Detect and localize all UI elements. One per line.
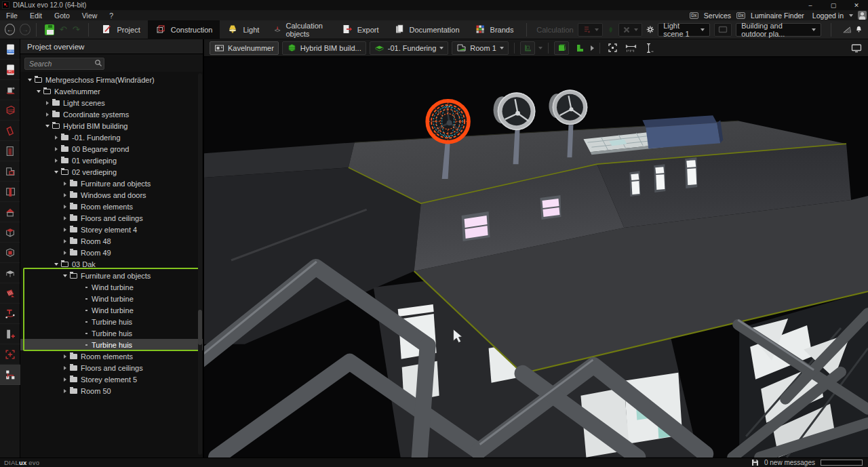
expand-arrow-icon[interactable] [61,193,68,197]
tree-item-room-50[interactable]: Room 50 [20,385,203,397]
expand-arrow-icon[interactable] [61,251,68,255]
tree-item-coordinate-systems[interactable]: Coordinate systems [20,108,203,120]
tree-item-turbine-huis[interactable]: Turbine huis [20,339,203,350]
tree-item-windows-and-doors[interactable]: Windows and doors [20,189,203,201]
close-button[interactable]: ✕ [845,0,868,10]
tree-item-floors-and-ceilings[interactable]: Floors and ceilings [20,362,203,373]
expand-arrow-icon[interactable] [61,205,68,209]
panel-scrollbar[interactable] [198,73,202,455]
tree-item-hybrid-bim-building[interactable]: Hybrid BIM building [20,120,203,131]
chevron-down-icon[interactable] [538,47,542,49]
tree-item-room-48[interactable]: Room 48 [20,235,203,247]
storey-level-button[interactable] [572,41,587,55]
view-plan-button[interactable] [520,41,535,55]
expand-arrow-icon[interactable] [61,182,68,186]
menu-edit[interactable]: Edit [24,12,48,20]
tab-light[interactable]: Light [220,20,267,39]
scrollbar-thumb[interactable] [198,310,202,345]
messages-status[interactable]: 0 new messages [764,459,815,466]
rail-window-tool[interactable] [0,243,20,263]
tree-item-furniture-and-objects[interactable]: Furniture and objects [20,178,203,189]
view-mode-select[interactable]: Building and outdoor pla... [736,23,821,37]
tab-project[interactable]: Project [94,20,147,39]
menu-[interactable]: ? [103,12,119,20]
rail-material-tool[interactable] [0,283,20,304]
rail-wall-tool[interactable] [0,121,20,141]
building-button[interactable]: Hybrid BIM build... [282,41,366,55]
measure-horizontal-button[interactable] [624,41,639,55]
chevron-down-icon[interactable] [634,28,638,31]
site-button[interactable]: Kavelnummer [210,41,279,55]
rail-dwg-import[interactable]: DWG [0,39,20,60]
expand-arrow-icon[interactable] [61,354,68,359]
tree-item-turbine-huis[interactable]: Turbine huis [20,316,203,327]
rail-selection-tool[interactable] [0,344,20,365]
measure-vertical-button[interactable] [642,41,657,55]
collapse-arrow-icon[interactable] [43,125,51,127]
expand-arrow-icon[interactable] [61,378,68,382]
fullscreen-display-button[interactable] [849,41,864,55]
avatar[interactable] [858,11,867,20]
tab-brands[interactable]: Brands [467,20,521,39]
tree-item-room-49[interactable]: Room 49 [20,247,203,258]
menu-file[interactable]: File [0,12,24,20]
expand-arrow-icon[interactable] [52,147,60,151]
expand-arrow-icon[interactable] [61,239,68,243]
logged-in-menu[interactable]: Logged in [810,12,846,20]
maximize-button[interactable]: ▢ [822,0,845,10]
3d-scene[interactable] [204,57,868,458]
search-input[interactable] [24,58,104,70]
tab-construction[interactable]: Construction [148,20,220,39]
tab-calculation-objects[interactable]: Calculation objects [267,20,334,39]
tree-item-mehrgeschoss-firma-windr-der-[interactable]: Mehrgeschoss Firma(Windräder) [20,74,203,85]
tree-item-light-scenes[interactable]: Light scenes [20,97,203,108]
tab-documentation[interactable]: Documentation [387,20,467,39]
rail-object-tree-tool[interactable] [0,365,20,385]
energy-leaf-icon[interactable] [607,25,614,35]
collapse-arrow-icon[interactable] [26,79,33,81]
rail-column-tool[interactable] [0,182,20,202]
scene-display-button[interactable] [714,23,732,37]
tree-item-kavelnummer[interactable]: Kavelnummer [20,85,203,97]
tree-item-room-elements[interactable]: Room elements [20,350,203,362]
notifications-bell-icon[interactable] [855,24,863,35]
rooftop-box[interactable] [642,115,723,148]
tree-item-wind-turbine[interactable]: Wind turbine [20,281,203,293]
start-calculation-button[interactable] [578,23,603,37]
expand-arrow-icon[interactable] [43,101,51,105]
expand-arrow-icon[interactable] [61,366,68,370]
tree-item-02-verdieping[interactable]: 02 verdieping [20,166,203,178]
rail-building-storeys-tool[interactable] [0,100,20,121]
rail-ifc-import[interactable]: IFC [0,60,20,80]
expand-arrow-icon[interactable] [52,159,60,163]
rail-furniture-object-tool[interactable] [0,80,20,100]
surface-hatch-icon[interactable] [841,25,852,35]
expand-chevron-icon[interactable] [591,45,594,51]
tree-item-storey-element-4[interactable]: Storey element 4 [20,224,203,235]
expand-arrow-icon[interactable] [61,389,68,393]
redo-icon[interactable]: ↷ [70,24,83,35]
tree-item--01-fundering[interactable]: -01. Fundering [20,131,203,143]
back-button[interactable]: ← [5,24,15,35]
storey-button[interactable]: -01. Fundering [370,41,449,55]
tree-item-room-elements[interactable]: Room elements [20,201,203,212]
expand-arrow-icon[interactable] [61,216,68,220]
tree-item-01-verdieping[interactable]: 01 verdieping [20,155,203,166]
tree-item-00-begane-grond[interactable]: 00 Begane grond [20,143,203,155]
rail-furnishing-tool[interactable] [0,263,20,283]
collapse-arrow-icon[interactable] [52,263,60,266]
tree-item-wind-turbine[interactable]: Wind turbine [20,293,203,304]
rail-room-tool[interactable] [0,161,20,182]
tree-item-storey-element-5[interactable]: Storey element 5 [20,373,203,385]
rail-door-tool[interactable] [0,141,20,161]
services-link[interactable]: Services [701,12,734,20]
expand-arrow-icon[interactable] [52,136,60,140]
collapse-arrow-icon[interactable] [61,275,68,277]
tab-export[interactable]: Export [334,20,387,39]
settings-gear-icon[interactable] [646,24,654,35]
rail-text-spline-tool[interactable] [0,304,20,324]
cancel-calculation-button[interactable] [618,23,642,37]
room-button[interactable]: Room 1 [452,41,509,55]
tree-item-floors-and-ceilings[interactable]: Floors and ceilings [20,212,203,224]
minimize-button[interactable]: – [799,0,822,10]
